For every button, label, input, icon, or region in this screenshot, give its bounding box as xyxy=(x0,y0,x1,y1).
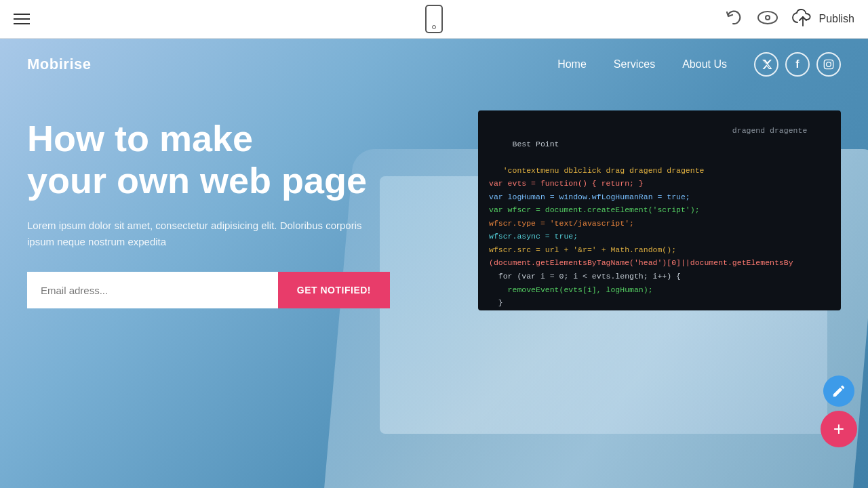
hero-section: How to make your own web page Lorem ipsu… xyxy=(0,90,868,310)
svg-point-2 xyxy=(766,16,769,19)
social-icons: f xyxy=(754,52,841,77)
publish-button[interactable]: Publish xyxy=(792,9,854,29)
nav-about[interactable]: About Us xyxy=(682,58,727,70)
facebook-letter: f xyxy=(795,58,799,70)
toolbar-left xyxy=(14,14,30,24)
hero-heading-line2: your own web page xyxy=(27,160,367,201)
hero-heading-line1: How to make xyxy=(27,118,253,159)
preview-icon[interactable] xyxy=(757,10,778,28)
add-fab-button[interactable]: + xyxy=(821,411,857,447)
site-navbar: Mobirise Home Services About Us f xyxy=(0,39,868,90)
toolbar-center xyxy=(425,5,443,33)
site-nav-links: Home Services About Us f xyxy=(557,52,841,77)
svg-point-6 xyxy=(831,62,831,62)
email-input[interactable] xyxy=(27,272,278,308)
nav-home[interactable]: Home xyxy=(557,58,587,70)
preview-area: Mobirise Home Services About Us f xyxy=(0,39,868,488)
undo-icon[interactable] xyxy=(724,8,743,30)
site-background: Mobirise Home Services About Us f xyxy=(0,39,868,488)
facebook-icon[interactable]: f xyxy=(785,52,810,77)
svg-rect-4 xyxy=(824,60,833,68)
publish-label: Publish xyxy=(819,13,854,25)
mobile-preview-icon[interactable] xyxy=(425,5,443,33)
twitter-icon[interactable] xyxy=(754,52,778,77)
edit-fab-button[interactable] xyxy=(823,375,854,407)
hero-text: How to make your own web page Lorem ipsu… xyxy=(27,117,390,308)
toolbar-right: Publish xyxy=(724,8,854,30)
toolbar: Publish xyxy=(0,0,868,39)
nav-services[interactable]: Services xyxy=(614,58,655,70)
notify-button[interactable]: GET NOTIFIED! xyxy=(278,272,390,308)
svg-point-5 xyxy=(827,62,831,67)
site-logo: Mobirise xyxy=(27,56,91,73)
instagram-icon[interactable] xyxy=(816,52,841,77)
code-screenshot: dragend dragente Best Point 'contextmenu… xyxy=(478,110,841,310)
cloud-upload-icon xyxy=(792,9,814,29)
email-form: GET NOTIFIED! xyxy=(27,272,390,308)
hero-heading: How to make your own web page xyxy=(27,117,390,201)
code-content: dragend dragente Best Point 'contextmenu… xyxy=(478,110,841,310)
hero-subtext: Lorem ipsum dolor sit amet, consectetur … xyxy=(27,218,380,250)
hamburger-menu-icon[interactable] xyxy=(14,14,30,24)
